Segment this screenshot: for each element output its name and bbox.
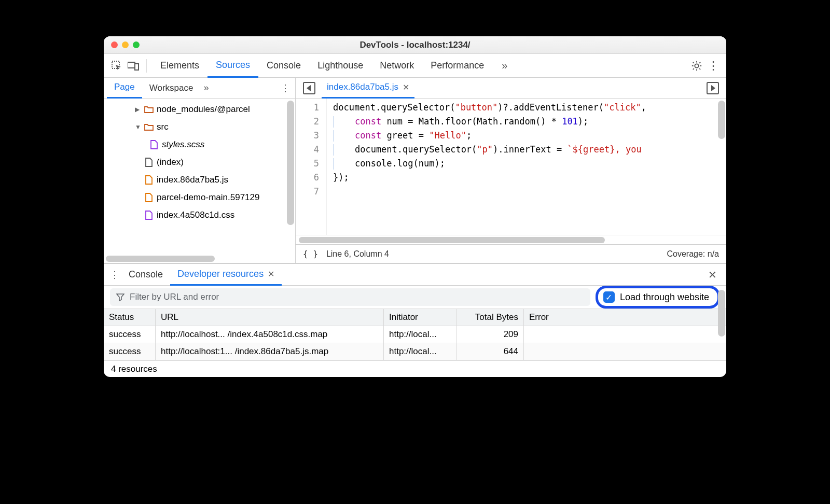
code-content[interactable]: document.querySelector("button")?.addEve… <box>327 99 726 235</box>
tab-lighthouse[interactable]: Lighthouse <box>309 54 371 78</box>
checkbox-checked-icon[interactable]: ✓ <box>603 291 615 303</box>
code-line[interactable]: console.log(num); <box>333 157 726 171</box>
tab-elements[interactable]: Elements <box>152 54 208 78</box>
file-tree[interactable]: ▶node_modules/@parcel▼srcstyles.scss(ind… <box>104 99 295 263</box>
pretty-print-icon[interactable]: { } <box>303 249 318 259</box>
drawer-close-icon[interactable]: ✕ <box>703 269 722 281</box>
drawer-kebab-icon[interactable]: ⋮ <box>108 269 121 281</box>
filter-input[interactable]: Filter by URL and error <box>110 288 590 306</box>
resources-table: Status URL Initiator Total Bytes Error s… <box>104 309 726 360</box>
tab-performance[interactable]: Performance <box>422 54 492 78</box>
tree-item-label: node_modules/@parcel <box>157 104 250 115</box>
col-initiator[interactable]: Initiator <box>384 309 457 326</box>
editor-pane: index.86da7ba5.js ✕ 1234567 document.que… <box>296 78 726 263</box>
tree-item-label: styles.scss <box>162 139 204 150</box>
sidebar-tab-page[interactable]: Page <box>107 78 142 99</box>
close-tab-icon[interactable]: ✕ <box>268 269 274 279</box>
load-through-website-toggle[interactable]: ✓ Load through website <box>596 286 720 309</box>
folder-icon <box>144 105 154 114</box>
tree-item[interactable]: styles.scss <box>104 136 295 153</box>
cell-url: http://localhost... /index.4a508c1d.css.… <box>156 326 384 343</box>
cell-initiator: http://local... <box>384 343 457 360</box>
svg-rect-2 <box>135 64 139 70</box>
tab-console[interactable]: Console <box>258 54 309 78</box>
editor-tabs: index.86da7ba5.js ✕ <box>296 78 726 99</box>
sidebar-tabs-overflow[interactable]: » <box>200 82 212 93</box>
code-line[interactable]: document.querySelector("p").innerText = … <box>333 143 726 157</box>
editor-status-bar: { } Line 6, Column 4 Coverage: n/a <box>296 244 726 263</box>
drawer-tab-console[interactable]: Console <box>121 264 170 286</box>
tree-item-label: parcel-demo-main.597129 <box>157 192 259 203</box>
disclosure-arrow-icon[interactable]: ▼ <box>135 123 141 131</box>
code-line[interactable]: const num = Math.floor(Math.random() * 1… <box>333 115 726 129</box>
tree-item[interactable]: index.4a508c1d.css <box>104 206 295 224</box>
code-line[interactable]: const greet = "Hello"; <box>333 129 726 143</box>
tab-network[interactable]: Network <box>371 54 422 78</box>
drawer-footer: 4 resources <box>104 360 726 377</box>
drawer-tab-label: Developer resources <box>177 269 264 279</box>
show-navigator-icon[interactable] <box>303 82 315 94</box>
col-status[interactable]: Status <box>104 309 156 326</box>
file-purple-icon <box>149 140 159 149</box>
kebab-menu-icon[interactable]: ⋮ <box>706 58 721 74</box>
editor-scrollbar-vertical[interactable] <box>718 101 725 139</box>
coverage-status: Coverage: n/a <box>667 249 719 259</box>
tree-item-label: (index) <box>157 157 184 167</box>
titlebar: DevTools - localhost:1234/ <box>104 36 726 54</box>
drawer: ⋮ ConsoleDeveloper resources✕ ✕ Filter b… <box>104 263 726 377</box>
tree-item[interactable]: parcel-demo-main.597129 <box>104 189 295 206</box>
disclosure-arrow-icon[interactable]: ▶ <box>135 106 141 113</box>
window-title: DevTools - localhost:1234/ <box>104 40 726 50</box>
tree-scrollbar-horizontal[interactable] <box>106 256 215 262</box>
code-line[interactable]: document.querySelector("button")?.addEve… <box>333 101 726 115</box>
middle-area: PageWorkspace » ⋮ ▶node_modules/@parcel▼… <box>104 78 726 263</box>
drawer-tab-label: Console <box>129 269 163 280</box>
editor-tab-label: index.86da7ba5.js <box>327 82 398 92</box>
resource-count: 4 resources <box>111 364 157 374</box>
tab-sources[interactable]: Sources <box>208 54 258 78</box>
tree-item[interactable]: ▼src <box>104 118 295 136</box>
sidebar-tab-workspace[interactable]: Workspace <box>142 78 201 99</box>
tree-item[interactable]: ▶node_modules/@parcel <box>104 101 295 118</box>
devtools-window: DevTools - localhost:1234/ ElementsSourc… <box>104 36 726 377</box>
line-gutter: 1234567 <box>296 99 327 235</box>
code-line[interactable] <box>333 185 726 199</box>
cell-error <box>524 326 726 343</box>
filter-bar: Filter by URL and error ✓ Load through w… <box>104 286 726 309</box>
tree-item[interactable]: (index) <box>104 153 295 171</box>
col-error[interactable]: Error <box>524 309 726 326</box>
separator <box>146 59 147 73</box>
cell-status: success <box>104 343 156 360</box>
show-debugger-icon[interactable] <box>707 82 719 94</box>
editor-scrollbar-horizontal[interactable] <box>299 237 605 243</box>
cursor-position: Line 6, Column 4 <box>326 249 389 259</box>
col-url[interactable]: URL <box>156 309 384 326</box>
tabs-overflow-button[interactable]: » <box>493 54 516 78</box>
drawer-tab-developer-resources[interactable]: Developer resources✕ <box>170 264 282 286</box>
cell-bytes: 644 <box>457 343 524 360</box>
table-scrollbar-vertical[interactable] <box>718 290 725 337</box>
code-line[interactable]: }); <box>333 171 726 185</box>
tree-item[interactable]: index.86da7ba5.js <box>104 171 295 189</box>
sidebar-kebab-icon[interactable]: ⋮ <box>279 81 292 95</box>
table-row[interactable]: successhttp://localhost:1... /index.86da… <box>104 343 726 360</box>
file-orange-icon <box>144 175 154 185</box>
file-orange-icon <box>144 193 154 202</box>
main-tabs: ElementsSourcesConsoleLighthouseNetworkP… <box>104 54 726 78</box>
col-total-bytes[interactable]: Total Bytes <box>457 309 524 326</box>
tree-scrollbar-vertical[interactable] <box>287 101 294 225</box>
code-area[interactable]: 1234567 document.querySelector("button")… <box>296 99 726 235</box>
editor-tab-active[interactable]: index.86da7ba5.js ✕ <box>322 78 414 99</box>
folder-icon <box>144 122 154 132</box>
gear-icon[interactable] <box>689 58 704 74</box>
tree-item-label: index.86da7ba5.js <box>157 175 228 185</box>
device-toggle-icon[interactable] <box>126 58 141 74</box>
inspect-icon[interactable] <box>109 58 125 74</box>
drawer-tabs: ⋮ ConsoleDeveloper resources✕ ✕ <box>104 264 726 286</box>
close-tab-icon[interactable]: ✕ <box>403 82 409 92</box>
sources-sidebar: PageWorkspace » ⋮ ▶node_modules/@parcel▼… <box>104 78 296 263</box>
cell-error <box>524 343 726 360</box>
cell-initiator: http://local... <box>384 326 457 343</box>
file-purple-icon <box>144 211 154 220</box>
table-row[interactable]: successhttp://localhost... /index.4a508c… <box>104 326 726 343</box>
